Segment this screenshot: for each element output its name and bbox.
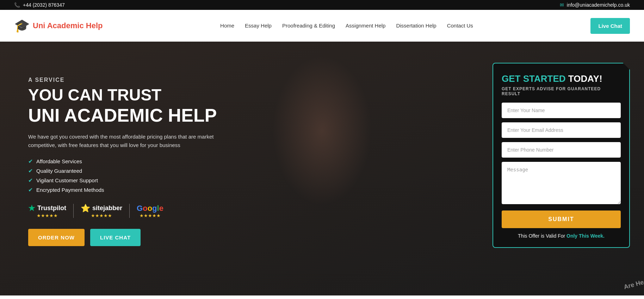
submit-button[interactable]: SUBMIT — [502, 210, 621, 228]
review-divider-1 — [73, 204, 74, 218]
hero-brand-name: UNI ACADEMIC HELP — [28, 105, 478, 126]
google-review: Google ★★★★★ — [137, 204, 163, 218]
contact-form-card: GET STARTED TODAY! GET EXPERTS ADVISE FO… — [493, 63, 630, 248]
trustpilot-brand: ★ Trustpilot — [28, 204, 66, 213]
top-bar: 📞 +44 (2032) 876347 ✉ info@uniacademiche… — [0, 0, 644, 10]
check-icon-2: ✔ — [28, 167, 33, 174]
review-logos: ★ Trustpilot ★★★★★ ⭐ sitejabber ★★★★★ — [28, 204, 478, 218]
logo[interactable]: 🎓 Uni Academic Help — [14, 18, 103, 33]
check-icon-1: ✔ — [28, 158, 33, 165]
hero-you-can-trust: YOU CAN TRUST — [28, 86, 478, 104]
form-title-get-started: GET STARTED — [502, 73, 566, 84]
nav-assignment-help[interactable]: Assignment Help — [346, 23, 385, 29]
sitejabber-label: sitejabber — [92, 205, 122, 212]
feature-payment: ✔ Encrypted Payment Methods — [28, 187, 478, 193]
hero-description: We have got you covered with the most af… — [28, 133, 225, 150]
form-title-today: TODAY! — [568, 73, 602, 84]
hero-a-service: A SERVICE — [28, 77, 478, 83]
logo-text: Uni Academic Help — [33, 21, 103, 30]
google-brand: Google — [137, 204, 163, 213]
navbar: 🎓 Uni Academic Help Home Essay Help Proo… — [0, 10, 644, 42]
nav-links: Home Essay Help Proofreading & Editing A… — [220, 23, 473, 29]
trustpilot-label: Trustpilot — [37, 205, 66, 212]
phone-input[interactable] — [502, 142, 621, 158]
feature-customer-support: ✔ Vigilant Customer Support — [28, 177, 478, 184]
hero-section: A SERVICE YOU CAN TRUST UNI ACADEMIC HEL… — [0, 42, 644, 295]
nav-dissertation-help[interactable]: Dissertation Help — [396, 23, 436, 29]
logo-icon: 🎓 — [14, 18, 30, 33]
form-title-row: GET STARTED TODAY! — [502, 73, 621, 84]
feature-label-2: Quality Guaranteed — [36, 168, 82, 174]
feature-label-4: Encrypted Payment Methods — [36, 187, 104, 193]
nav-proofreading[interactable]: Proofreading & Editing — [282, 23, 335, 29]
name-input[interactable] — [502, 103, 621, 118]
feature-quality: ✔ Quality Guaranteed — [28, 167, 478, 174]
hero-buttons: ORDER NOW LIVE CHAT — [28, 229, 478, 246]
sitejabber-star-icon: ⭐ — [81, 204, 90, 213]
google-logo: Google — [137, 204, 163, 213]
form-title: GET STARTED TODAY! — [502, 73, 621, 84]
check-icon-4: ✔ — [28, 187, 33, 193]
feature-label-3: Vigilant Customer Support — [36, 177, 98, 183]
nav-live-chat-button[interactable]: Live Chat — [590, 18, 630, 34]
top-bar-email: ✉ info@uniacademichelp.co.uk — [560, 2, 630, 8]
form-subtitle: GET EXPERTS ADVISE FOR GUARANTEED RESULT — [502, 86, 621, 96]
review-divider-2 — [129, 204, 130, 218]
form-validity: This Offer is Valid For Only This Week. — [502, 233, 621, 239]
email-address: info@uniacademichelp.co.uk — [567, 2, 630, 8]
features-list: ✔ Affordable Services ✔ Quality Guarante… — [28, 158, 478, 193]
sitejabber-review: ⭐ sitejabber ★★★★★ — [81, 204, 122, 218]
nav-home[interactable]: Home — [220, 23, 234, 29]
phone-number: +44 (2032) 876347 — [23, 2, 65, 8]
phone-icon: 📞 — [14, 2, 20, 8]
check-icon-3: ✔ — [28, 177, 33, 184]
top-bar-phone: 📞 +44 (2032) 876347 — [14, 2, 65, 8]
trustpilot-review: ★ Trustpilot ★★★★★ — [28, 204, 66, 218]
trustpilot-stars: ★★★★★ — [37, 213, 58, 218]
hero-left: A SERVICE YOU CAN TRUST UNI ACADEMIC HEL… — [28, 63, 478, 246]
sitejabber-stars: ★★★★★ — [91, 213, 112, 218]
sitejabber-brand: ⭐ sitejabber — [81, 204, 122, 213]
feature-label-1: Affordable Services — [36, 158, 82, 164]
validity-highlight: Only This Week. — [566, 233, 605, 239]
hero-content: A SERVICE YOU CAN TRUST UNI ACADEMIC HEL… — [0, 42, 644, 295]
nav-contact-us[interactable]: Contact Us — [447, 23, 473, 29]
email-icon: ✉ — [560, 2, 564, 8]
feature-affordable: ✔ Affordable Services — [28, 158, 478, 165]
order-now-button[interactable]: ORDER NOW — [28, 229, 85, 246]
google-stars: ★★★★★ — [140, 213, 161, 218]
nav-essay-help[interactable]: Essay Help — [245, 23, 272, 29]
message-input[interactable] — [502, 162, 621, 204]
trustpilot-star-icon: ★ — [28, 204, 35, 213]
validity-text: This Offer is Valid For — [518, 233, 565, 239]
email-input[interactable] — [502, 122, 621, 138]
hero-live-chat-button[interactable]: LIVE CHAT — [90, 229, 141, 246]
